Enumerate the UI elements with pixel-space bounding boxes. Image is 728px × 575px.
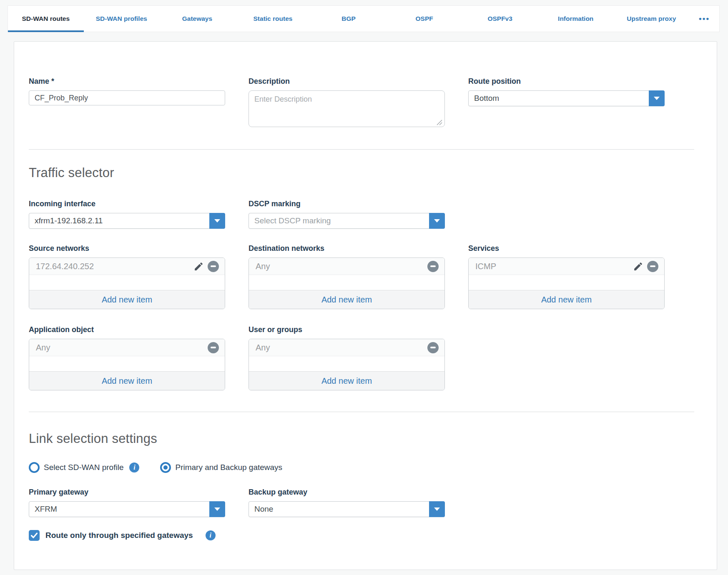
- description-label: Description: [249, 77, 445, 86]
- add-new-item-button[interactable]: Add new item: [29, 290, 225, 309]
- list-item-value: 172.64.240.252: [36, 262, 193, 271]
- sdwan-route-form: Name * Description Route position Bottom…: [14, 41, 717, 570]
- list-item: Any: [29, 339, 225, 356]
- destination-networks-field-group: Destination networks Any Add new item: [249, 244, 445, 309]
- primary-gateway-value: XFRM: [35, 505, 57, 514]
- tab-static-routes[interactable]: Static routes: [235, 6, 311, 32]
- description-textarea[interactable]: [249, 90, 445, 127]
- radio-unselected-icon[interactable]: [29, 462, 40, 473]
- source-networks-field-group: Source networks 172.64.240.252 Add new i…: [29, 244, 225, 309]
- name-input[interactable]: [29, 90, 225, 105]
- list-item: Any: [249, 258, 444, 275]
- radio-label: Primary and Backup gateways: [175, 463, 282, 472]
- list-empty-area: [249, 356, 444, 371]
- list-empty-area: [469, 275, 664, 290]
- services-label: Services: [468, 244, 665, 253]
- list-item: 172.64.240.252: [29, 258, 225, 275]
- services-field-group: Services ICMP Add new item: [468, 244, 665, 309]
- list-item-value: Any: [256, 343, 427, 352]
- destination-networks-label: Destination networks: [249, 244, 445, 253]
- tab-ospf[interactable]: OSPF: [387, 6, 462, 32]
- list-empty-area: [29, 275, 225, 290]
- radio-option-sdwan-profile[interactable]: Select SD-WAN profile i: [29, 462, 139, 473]
- incoming-interface-field-group: Incoming interface xfrm1-192.168.2.11: [29, 199, 225, 229]
- edit-pencil-icon[interactable]: [193, 261, 204, 272]
- tab-sdwan-profiles[interactable]: SD-WAN profiles: [84, 6, 160, 32]
- route-position-field-group: Route position Bottom: [468, 77, 665, 106]
- add-new-item-button[interactable]: Add new item: [249, 371, 444, 390]
- remove-minus-icon[interactable]: [208, 342, 219, 353]
- dscp-marking-field-group: DSCP marking Select DSCP marking: [249, 199, 445, 229]
- list-empty-area: [249, 275, 444, 290]
- source-networks-box: 172.64.240.252 Add new item: [29, 258, 225, 309]
- tab-information[interactable]: Information: [538, 6, 614, 32]
- add-new-item-button[interactable]: Add new item: [249, 290, 444, 309]
- radio-option-primary-backup-gateways[interactable]: Primary and Backup gateways: [160, 462, 282, 473]
- chevron-down-icon[interactable]: [429, 213, 445, 229]
- info-icon[interactable]: i: [129, 462, 139, 472]
- chevron-down-icon[interactable]: [209, 213, 225, 229]
- list-item: ICMP: [469, 258, 664, 275]
- incoming-interface-select[interactable]: xfrm1-192.168.2.11: [29, 213, 225, 229]
- services-box: ICMP Add new item: [468, 258, 665, 309]
- application-object-box: Any Add new item: [29, 339, 225, 390]
- user-or-groups-label: User or groups: [249, 325, 445, 334]
- route-position-label: Route position: [468, 77, 665, 86]
- primary-gateway-field-group: Primary gateway XFRM: [29, 488, 225, 517]
- traffic-selector-heading: Traffic selector: [29, 165, 694, 180]
- description-field-group: Description: [249, 77, 445, 129]
- primary-gateway-label: Primary gateway: [29, 488, 225, 497]
- chevron-down-icon[interactable]: [209, 501, 225, 517]
- route-only-checkbox-row: Route only through specified gateways i: [29, 530, 694, 541]
- tab-gateways[interactable]: Gateways: [159, 6, 235, 32]
- name-label: Name *: [29, 77, 225, 86]
- incoming-interface-label: Incoming interface: [29, 199, 225, 208]
- incoming-interface-value: xfrm1-192.168.2.11: [35, 216, 103, 225]
- dscp-marking-placeholder: Select DSCP marking: [254, 216, 331, 225]
- name-field-group: Name *: [29, 77, 225, 105]
- list-item-value: Any: [256, 262, 427, 271]
- primary-gateway-select[interactable]: XFRM: [29, 501, 225, 517]
- tab-bgp[interactable]: BGP: [311, 6, 387, 32]
- backup-gateway-value: None: [254, 505, 273, 514]
- tab-bar: SD-WAN routes SD-WAN profiles Gateways S…: [8, 5, 720, 32]
- link-selection-heading: Link selection settings: [29, 431, 694, 446]
- route-position-value: Bottom: [474, 94, 499, 103]
- info-icon[interactable]: i: [206, 530, 216, 540]
- source-networks-label: Source networks: [29, 244, 225, 253]
- tab-ospfv3[interactable]: OSPFv3: [462, 6, 538, 32]
- list-item-value: Any: [36, 343, 208, 352]
- link-selection-radio-row: Select SD-WAN profile i Primary and Back…: [29, 462, 694, 473]
- remove-minus-icon[interactable]: [427, 261, 439, 272]
- add-new-item-button[interactable]: Add new item: [469, 290, 664, 309]
- destination-networks-box: Any Add new item: [249, 258, 445, 309]
- dscp-marking-select[interactable]: Select DSCP marking: [249, 213, 445, 229]
- radio-label: Select SD-WAN profile: [44, 463, 123, 472]
- remove-minus-icon[interactable]: [647, 261, 658, 272]
- add-new-item-button[interactable]: Add new item: [29, 371, 225, 390]
- application-object-label: Application object: [29, 325, 225, 334]
- section-divider: [29, 149, 694, 150]
- user-or-groups-box: Any Add new item: [249, 339, 445, 390]
- route-only-checkbox[interactable]: [29, 530, 40, 541]
- section-divider: [29, 412, 694, 412]
- tab-sdwan-routes[interactable]: SD-WAN routes: [8, 6, 84, 32]
- backup-gateway-label: Backup gateway: [249, 488, 445, 497]
- chevron-down-icon[interactable]: [429, 501, 445, 517]
- user-or-groups-field-group: User or groups Any Add new item: [249, 325, 445, 390]
- radio-selected-icon[interactable]: [160, 462, 171, 473]
- list-empty-area: [29, 356, 225, 371]
- backup-gateway-select[interactable]: None: [249, 501, 445, 517]
- list-item: Any: [249, 339, 444, 356]
- application-object-field-group: Application object Any Add new item: [29, 325, 225, 390]
- remove-minus-icon[interactable]: [427, 342, 439, 353]
- tab-overflow-button[interactable]: •••: [689, 6, 719, 32]
- dscp-marking-label: DSCP marking: [249, 199, 445, 208]
- ellipsis-icon: •••: [699, 14, 710, 23]
- tab-upstream-proxy[interactable]: Upstream proxy: [614, 6, 690, 32]
- chevron-down-icon[interactable]: [649, 90, 665, 106]
- edit-pencil-icon[interactable]: [633, 261, 643, 272]
- remove-minus-icon[interactable]: [208, 261, 219, 272]
- route-position-select[interactable]: Bottom: [468, 90, 665, 106]
- backup-gateway-field-group: Backup gateway None: [249, 488, 445, 517]
